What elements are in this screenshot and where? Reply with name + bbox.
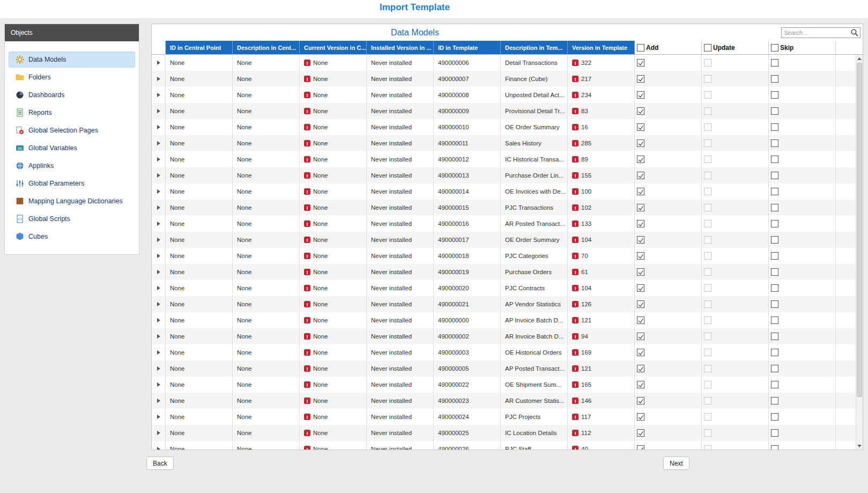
update-checkbox[interactable]	[704, 91, 711, 99]
expand-row-button[interactable]	[152, 393, 166, 409]
expand-row-button[interactable]	[152, 87, 166, 103]
column-header[interactable]: Version in Template	[568, 41, 635, 54]
expand-row-button[interactable]	[152, 135, 166, 151]
skip-checkbox[interactable]	[771, 445, 778, 450]
sidebar-item-reports[interactable]: Reports	[9, 105, 135, 121]
expand-row-button[interactable]	[152, 409, 166, 425]
skip-checkbox[interactable]	[771, 268, 778, 276]
sidebar-item-global-parameters[interactable]: Global Parameters	[9, 175, 135, 192]
update-checkbox[interactable]	[704, 381, 711, 388]
expand-row-button[interactable]	[152, 103, 166, 119]
update-checkbox[interactable]	[704, 397, 711, 404]
expand-row-button[interactable]	[152, 296, 166, 312]
add-checkbox[interactable]	[637, 317, 644, 324]
update-checkbox[interactable]	[704, 139, 711, 147]
skip-checkbox[interactable]	[771, 365, 778, 372]
expand-row-button[interactable]	[152, 425, 166, 441]
update-checkbox[interactable]	[704, 284, 711, 292]
sidebar-item-global-selection-pages[interactable]: Global Selection Pages	[9, 122, 135, 138]
column-header[interactable]: Installed Version in ...	[367, 41, 434, 54]
add-checkbox[interactable]	[637, 59, 644, 67]
expand-row-button[interactable]	[152, 232, 166, 248]
add-checkbox[interactable]	[637, 349, 644, 356]
add-checkbox[interactable]	[637, 268, 644, 276]
sidebar-item-cubes[interactable]: Cubes	[9, 229, 135, 245]
add-checkbox[interactable]	[637, 381, 644, 388]
column-header[interactable]: Description in Tem...	[501, 41, 568, 54]
search-icon[interactable]	[850, 28, 859, 37]
skip-checkbox[interactable]	[771, 381, 778, 388]
add-checkbox[interactable]	[637, 172, 644, 179]
skip-checkbox[interactable]	[771, 123, 778, 131]
expand-row-button[interactable]	[152, 119, 166, 135]
add-checkbox[interactable]	[637, 123, 644, 131]
skip-checkbox[interactable]	[771, 236, 778, 244]
add-checkbox[interactable]	[637, 91, 644, 99]
update-checkbox[interactable]	[704, 220, 711, 227]
skip-checkbox[interactable]	[771, 156, 778, 163]
sidebar-item-data-models[interactable]: Data Models	[9, 51, 135, 68]
add-checkbox[interactable]	[637, 220, 644, 227]
update-checkbox[interactable]	[704, 59, 711, 67]
sidebar-item-global-variables[interactable]: (x)Global Variables	[9, 140, 135, 156]
update-checkbox[interactable]	[704, 300, 711, 308]
skip-checkbox[interactable]	[771, 107, 778, 115]
update-checkbox[interactable]	[704, 429, 711, 437]
update-checkbox[interactable]	[704, 252, 711, 260]
skip-checkbox[interactable]	[771, 204, 778, 211]
skip-checkbox[interactable]	[771, 317, 778, 324]
update-checkbox[interactable]	[704, 204, 711, 211]
expand-row-button[interactable]	[152, 151, 166, 167]
expand-row-button[interactable]	[152, 167, 166, 183]
column-header[interactable]: Current Version in C...	[300, 41, 367, 54]
update-checkbox[interactable]	[704, 349, 711, 356]
expand-row-button[interactable]	[152, 328, 166, 344]
skip-header-checkbox[interactable]	[771, 44, 778, 51]
add-checkbox[interactable]	[637, 397, 644, 404]
update-checkbox[interactable]	[704, 172, 711, 179]
expand-row-button[interactable]	[152, 183, 166, 200]
add-checkbox[interactable]	[637, 300, 644, 308]
skip-checkbox[interactable]	[771, 188, 778, 195]
add-checkbox[interactable]	[637, 204, 644, 211]
update-checkbox[interactable]	[704, 317, 711, 324]
add-checkbox[interactable]	[637, 365, 644, 372]
update-header-checkbox[interactable]	[704, 44, 711, 51]
add-checkbox[interactable]	[637, 333, 644, 340]
expand-row-button[interactable]	[152, 200, 166, 216]
search-input[interactable]	[782, 30, 850, 36]
update-checkbox[interactable]	[704, 188, 711, 195]
skip-checkbox[interactable]	[771, 75, 778, 83]
expand-row-button[interactable]	[152, 360, 166, 377]
scroll-track[interactable]	[856, 62, 863, 442]
expand-row-button[interactable]	[152, 264, 166, 280]
column-header[interactable]: Description in Cent...	[233, 41, 300, 54]
add-checkbox[interactable]	[637, 139, 644, 147]
add-checkbox[interactable]	[637, 429, 644, 437]
update-checkbox[interactable]	[704, 445, 711, 450]
expand-row-button[interactable]	[152, 248, 166, 264]
expand-row-button[interactable]	[152, 312, 166, 328]
skip-checkbox[interactable]	[771, 397, 778, 404]
add-checkbox[interactable]	[637, 236, 644, 244]
column-header[interactable]: ID in Central Point	[166, 41, 233, 54]
scroll-down-arrow[interactable]	[856, 442, 863, 450]
sidebar-item-mapping-language-dictionaries[interactable]: Mapping Language Dictionaries	[9, 193, 135, 209]
add-header-checkbox[interactable]	[637, 44, 644, 51]
sidebar-item-global-scripts[interactable]: </>Global Scripts	[9, 211, 135, 227]
skip-checkbox[interactable]	[771, 139, 778, 147]
update-checkbox[interactable]	[704, 333, 711, 340]
skip-checkbox[interactable]	[771, 333, 778, 340]
add-checkbox[interactable]	[637, 75, 644, 83]
skip-checkbox[interactable]	[771, 91, 778, 99]
update-checkbox[interactable]	[704, 236, 711, 244]
expand-row-button[interactable]	[152, 71, 166, 87]
update-checkbox[interactable]	[704, 268, 711, 276]
vertical-scrollbar[interactable]	[856, 55, 863, 450]
update-checkbox[interactable]	[704, 123, 711, 131]
next-button[interactable]: Next	[663, 457, 689, 470]
update-checkbox[interactable]	[704, 107, 711, 115]
expand-row-button[interactable]	[152, 280, 166, 296]
sidebar-item-applinks[interactable]: Applinks	[9, 158, 135, 174]
update-checkbox[interactable]	[704, 75, 711, 83]
